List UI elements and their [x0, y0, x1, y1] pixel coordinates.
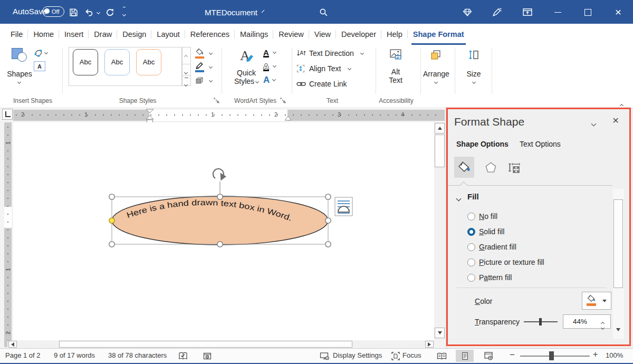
- resize-handle-bottom[interactable]: [217, 242, 223, 247]
- tab-insert[interactable]: Insert: [59, 24, 89, 45]
- zoom-slider-track[interactable]: [520, 356, 590, 357]
- shape-style-preset-1[interactable]: Abc: [73, 49, 98, 75]
- tab-file[interactable]: File: [5, 24, 28, 45]
- edit-shape-button[interactable]: [34, 47, 47, 58]
- scroll-down-button[interactable]: [435, 328, 445, 338]
- panel-chevron-down-icon[interactable]: [592, 118, 596, 128]
- align-text-button[interactable]: Align Text: [296, 64, 373, 74]
- tab-shape-format[interactable]: Shape Format: [408, 24, 469, 45]
- save-button[interactable]: [68, 6, 79, 18]
- resize-handle-top-left[interactable]: [109, 194, 114, 199]
- scroll-up-button[interactable]: [435, 123, 445, 133]
- fill-color-button[interactable]: [582, 292, 611, 310]
- tab-references[interactable]: References: [185, 24, 235, 45]
- print-layout-icon[interactable]: [456, 350, 474, 362]
- page-indicator[interactable]: Page 1 of 2: [5, 351, 41, 359]
- word-count[interactable]: 9 of 17 words: [54, 351, 95, 359]
- shape-outline-button[interactable]: [194, 62, 215, 73]
- create-link-button[interactable]: Create Link: [296, 79, 373, 90]
- tab-layout[interactable]: Layout: [151, 24, 185, 45]
- right-indent-marker[interactable]: [284, 116, 292, 121]
- gallery-scroll-down-icon[interactable]: [183, 64, 191, 76]
- zoom-in-button[interactable]: +: [593, 350, 598, 359]
- wordart-styles-dialog-launcher-icon[interactable]: [280, 98, 286, 103]
- search-icon[interactable]: [318, 6, 329, 18]
- quick-styles-button[interactable]: Quick Styles: [234, 46, 259, 87]
- panel-tab-shape-options[interactable]: Shape Options: [456, 140, 509, 148]
- document-title-button[interactable]: MTEDocument: [205, 6, 263, 18]
- draw-sparkle-pen-icon[interactable]: [491, 6, 503, 18]
- draw-text-box-button[interactable]: A: [34, 61, 45, 71]
- radio-icon[interactable]: [467, 228, 475, 236]
- resize-handle-bottom-right[interactable]: [325, 242, 331, 247]
- fill-section-chevron-icon[interactable]: [457, 193, 461, 203]
- minimize-button[interactable]: [550, 6, 565, 18]
- gallery-scroll-up-icon[interactable]: [185, 51, 187, 60]
- shape-style-preset-3[interactable]: Abc: [136, 49, 161, 75]
- focus-icon[interactable]: [391, 352, 400, 360]
- premium-diamond-icon[interactable]: [461, 6, 474, 18]
- horizontal-scroll-thumb[interactable]: [59, 341, 352, 348]
- undo-button[interactable]: [83, 6, 94, 18]
- tab-review[interactable]: Review: [273, 24, 309, 45]
- resize-handle-bottom-left[interactable]: [109, 242, 114, 247]
- fill-option-solid-fill[interactable]: Solid fill: [466, 226, 603, 239]
- character-count[interactable]: 38 of 78 characters: [108, 351, 167, 359]
- text-fill-button[interactable]: A: [263, 48, 281, 59]
- text-direction-button[interactable]: Text Direction: [296, 49, 373, 59]
- arrange-button[interactable]: Arrange: [423, 46, 448, 87]
- panel-close-icon[interactable]: ×: [612, 114, 619, 127]
- transparency-spin-down-icon[interactable]: [601, 322, 604, 331]
- alt-text-button[interactable]: Alt Text: [383, 46, 408, 87]
- fill-section-header[interactable]: Fill: [467, 192, 479, 201]
- customize-quick-access-toolbar-button[interactable]: [120, 6, 128, 18]
- radio-icon[interactable]: [467, 243, 475, 251]
- transparency-slider-thumb[interactable]: [539, 318, 542, 325]
- adjustment-handle-yellow[interactable]: [109, 218, 114, 223]
- layout-properties-icon[interactable]: [504, 157, 524, 178]
- fill-and-line-icon[interactable]: [454, 157, 474, 178]
- proofing-errors-icon[interactable]: [178, 352, 188, 360]
- transparency-spinbox[interactable]: 44%: [563, 314, 611, 329]
- undo-dropdown[interactable]: [95, 6, 101, 18]
- panel-scroll-thumb[interactable]: [613, 199, 623, 288]
- zoom-level[interactable]: 100%: [606, 351, 623, 359]
- layout-options-button[interactable]: [335, 197, 352, 216]
- tab-view[interactable]: View: [309, 24, 336, 45]
- size-button[interactable]: Size: [461, 46, 486, 87]
- read-mode-icon[interactable]: [437, 352, 447, 360]
- display-settings-label[interactable]: Display Settings: [333, 351, 382, 359]
- tab-draw[interactable]: Draw: [89, 24, 117, 45]
- shape-style-preset-2[interactable]: Abc: [104, 49, 130, 75]
- scroll-right-button[interactable]: [425, 341, 434, 348]
- gallery-more-icon[interactable]: [183, 75, 191, 88]
- rotate-handle[interactable]: [213, 169, 226, 181]
- text-outline-button[interactable]: A: [263, 62, 281, 72]
- fill-option-no-fill[interactable]: No fill: [466, 211, 603, 224]
- tab-design[interactable]: Design: [117, 24, 151, 45]
- fill-option-gradient-fill[interactable]: Gradient fill: [466, 242, 603, 254]
- zoom-out-button[interactable]: −: [510, 350, 515, 360]
- zoom-slider-thumb[interactable]: [549, 351, 554, 360]
- panel-tab-text-options[interactable]: Text Options: [520, 140, 561, 148]
- resize-handle-top[interactable]: [217, 194, 223, 199]
- panel-scroll-down-icon[interactable]: [616, 331, 620, 341]
- fill-option-pattern-fill[interactable]: Pattern fill: [466, 272, 603, 285]
- scroll-left-button[interactable]: [8, 341, 17, 348]
- effects-icon[interactable]: [481, 157, 501, 178]
- display-settings-icon[interactable]: [320, 352, 330, 360]
- radio-icon[interactable]: [467, 213, 475, 221]
- fill-option-picture-or-texture-fill[interactable]: Picture or texture fill: [466, 257, 603, 270]
- shape-styles-dialog-launcher-icon[interactable]: [214, 98, 219, 103]
- tab-help[interactable]: Help: [381, 24, 408, 45]
- focus-label[interactable]: Focus: [402, 351, 421, 359]
- shape-fill-button[interactable]: [194, 48, 215, 60]
- shapes-button[interactable]: Shapes: [6, 46, 33, 86]
- resize-handle-right[interactable]: [325, 218, 331, 223]
- macro-recording-icon[interactable]: [203, 352, 212, 360]
- tab-mailings[interactable]: Mailings: [235, 24, 273, 45]
- ribbon-display-options-button[interactable]: [521, 6, 534, 18]
- tab-stop-selector[interactable]: [2, 109, 13, 120]
- shape-effects-button[interactable]: [194, 76, 215, 87]
- text-effects-button[interactable]: A: [263, 75, 281, 87]
